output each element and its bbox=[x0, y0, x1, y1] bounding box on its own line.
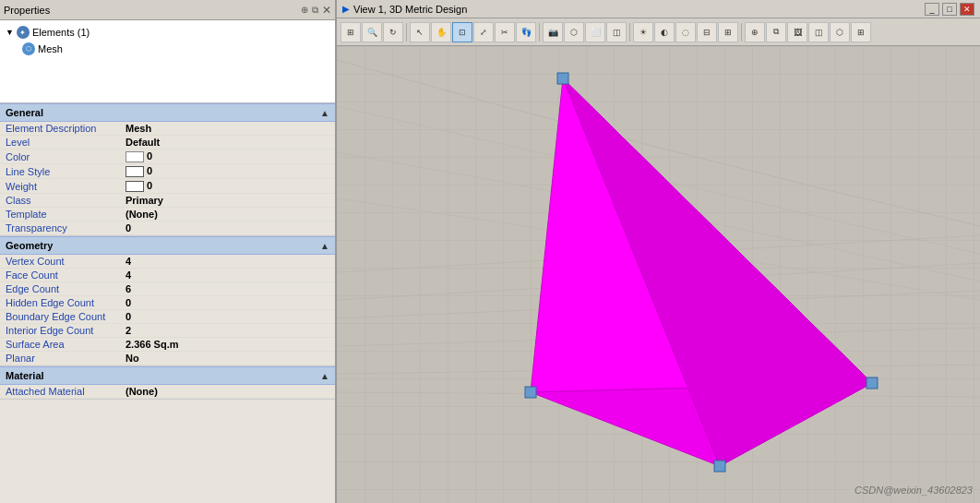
tree-expand-arrow[interactable]: ▼ bbox=[6, 28, 14, 37]
table-row: Class Primary bbox=[0, 194, 335, 208]
tool-pan-btn[interactable]: ✋ bbox=[431, 22, 451, 42]
geometry-label: Geometry bbox=[6, 240, 53, 251]
table-row: Vertex Count 4 bbox=[0, 255, 335, 269]
general-label: General bbox=[6, 107, 43, 118]
watermark-text: CSDN@weixin_43602823 bbox=[855, 485, 973, 496]
prop-label: Class bbox=[0, 194, 120, 208]
geometry-section: Geometry ▲ Vertex Count 4 Face Count 4 bbox=[0, 236, 335, 366]
svg-rect-10 bbox=[525, 387, 536, 398]
general-props-table: Element Description Mesh Level Default C… bbox=[0, 122, 335, 235]
tree-root-label: Elements (1) bbox=[32, 27, 90, 38]
viewport-icon: ▶ bbox=[342, 4, 350, 14]
geometry-collapse-arrow[interactable]: ▲ bbox=[320, 241, 329, 251]
geometry-section-header[interactable]: Geometry ▲ bbox=[0, 236, 335, 255]
prop-label: Planar bbox=[0, 352, 120, 365]
tool-axis-btn[interactable]: ⊕ bbox=[745, 22, 765, 42]
viewport-title: View 1, 3D Metric Design bbox=[353, 4, 467, 15]
prop-value: 0 bbox=[120, 310, 335, 324]
tool-grid-btn[interactable]: ⊞ bbox=[718, 22, 738, 42]
svg-rect-9 bbox=[557, 73, 568, 84]
table-row: Hidden Edge Count 0 bbox=[0, 296, 335, 310]
table-row: Weight 0 bbox=[0, 179, 335, 194]
restore-button[interactable]: □ bbox=[942, 3, 957, 16]
tool-fit-btn[interactable]: ⊞ bbox=[341, 22, 361, 42]
tool-rotate-btn[interactable]: ↻ bbox=[383, 22, 403, 42]
tool-ref-btn[interactable]: ◫ bbox=[808, 22, 829, 42]
table-row: Template (None) bbox=[0, 208, 335, 222]
material-props-table: Attached Material (None) bbox=[0, 385, 335, 399]
prop-value: 0 bbox=[120, 164, 335, 179]
prop-value: Primary bbox=[120, 194, 335, 208]
close-icon[interactable]: ✕ bbox=[322, 4, 331, 17]
table-row: Transparency 0 bbox=[0, 222, 335, 235]
viewport-svg bbox=[337, 46, 980, 503]
properties-scroll-area: General ▲ Element Description Mesh Level… bbox=[0, 103, 335, 503]
prop-label: Line Style bbox=[0, 164, 120, 179]
table-row: Color 0 bbox=[0, 150, 335, 164]
tool-select-btn[interactable]: ↖ bbox=[410, 22, 430, 42]
tool-view-btn[interactable]: ⊡ bbox=[452, 22, 472, 42]
prop-label: Weight bbox=[0, 179, 120, 194]
prop-label: Template bbox=[0, 208, 120, 222]
tool-wire-btn[interactable]: ⬜ bbox=[585, 22, 605, 42]
prop-label: Surface Area bbox=[0, 338, 120, 352]
properties-title: Properties bbox=[4, 5, 50, 16]
table-row: Line Style 0 bbox=[0, 164, 335, 179]
prop-value: 0 bbox=[120, 222, 335, 235]
tool-zoom-btn[interactable]: 🔍 bbox=[362, 22, 382, 42]
float-icon[interactable]: ⧉ bbox=[312, 5, 318, 16]
geometry-props-table: Vertex Count 4 Face Count 4 Edge Count 6 bbox=[0, 255, 335, 365]
prop-value: 0 bbox=[120, 150, 335, 164]
tool-walk-btn[interactable]: ⤢ bbox=[473, 22, 494, 42]
viewport-toolbar: ⊞ 🔍 ↻ ↖ ✋ ⊡ ⤢ ✂ 👣 📷 ⬡ ⬜ ◫ ☀ ◐ ◌ ⊟ ⊞ ⊕ ⧉ … bbox=[337, 18, 980, 46]
tool-img-btn[interactable]: 🖼 bbox=[787, 22, 807, 42]
prop-value: 6 bbox=[120, 282, 335, 296]
toolbar-sep-1 bbox=[406, 23, 407, 42]
material-collapse-arrow[interactable]: ▲ bbox=[320, 371, 329, 381]
tree-root-item[interactable]: ▼ ✦ Elements (1) bbox=[4, 24, 331, 41]
tool-render-btn[interactable]: ⬡ bbox=[564, 22, 584, 42]
minimize-button[interactable]: _ bbox=[925, 3, 939, 16]
tool-light-btn[interactable]: ☀ bbox=[633, 22, 653, 42]
prop-label: Face Count bbox=[0, 269, 120, 282]
color-swatch bbox=[125, 151, 144, 162]
table-row: Attached Material (None) bbox=[0, 385, 335, 399]
pin-icon[interactable]: ⊕ bbox=[301, 5, 308, 15]
close-button[interactable]: ✕ bbox=[960, 3, 974, 16]
viewport-title-left: ▶ View 1, 3D Metric Design bbox=[342, 4, 467, 15]
elements-tree: ▼ ✦ Elements (1) ⬡ Mesh bbox=[0, 20, 335, 103]
properties-header: Properties ⊕ ⧉ ✕ bbox=[0, 0, 335, 20]
tool-hide-btn[interactable]: ◫ bbox=[606, 22, 627, 42]
material-section-header[interactable]: Material ▲ bbox=[0, 366, 335, 385]
table-row: Surface Area 2.366 Sq.m bbox=[0, 338, 335, 352]
table-row: Planar No bbox=[0, 352, 335, 365]
prop-label: Vertex Count bbox=[0, 255, 120, 269]
tree-child-item[interactable]: ⬡ Mesh bbox=[4, 41, 331, 57]
elements-icon: ✦ bbox=[17, 26, 30, 39]
tool-3d-btn[interactable]: ⬡ bbox=[830, 22, 850, 42]
tool-foot-btn[interactable]: 👣 bbox=[516, 22, 536, 42]
general-collapse-arrow[interactable]: ▲ bbox=[320, 108, 329, 118]
svg-rect-11 bbox=[866, 377, 878, 389]
prop-value: No bbox=[120, 352, 335, 365]
prop-label: Element Description bbox=[0, 122, 120, 136]
viewport-canvas[interactable]: CSDN@weixin_43602823 bbox=[337, 46, 980, 503]
weight-swatch bbox=[125, 181, 144, 192]
toolbar-sep-3 bbox=[629, 23, 630, 42]
prop-label: Transparency bbox=[0, 222, 120, 235]
toolbar-sep-2 bbox=[539, 23, 540, 42]
general-section-header[interactable]: General ▲ bbox=[0, 103, 335, 122]
tool-extra-btn[interactable]: ⊞ bbox=[851, 22, 871, 42]
prop-label: Level bbox=[0, 136, 120, 150]
tool-level-btn[interactable]: ⊟ bbox=[697, 22, 717, 42]
tool-clip-btn[interactable]: ✂ bbox=[495, 22, 515, 42]
tool-shadow-btn[interactable]: ◐ bbox=[654, 22, 675, 42]
material-section: Material ▲ Attached Material (None) bbox=[0, 366, 335, 400]
tool-orient-btn[interactable]: ⧉ bbox=[766, 22, 786, 42]
prop-value: Default bbox=[120, 136, 335, 150]
tree-child-label: Mesh bbox=[38, 43, 63, 54]
tool-amb-btn[interactable]: ◌ bbox=[675, 22, 696, 42]
table-row: Interior Edge Count 2 bbox=[0, 324, 335, 338]
tool-cam-btn[interactable]: 📷 bbox=[543, 22, 563, 42]
table-row: Boundary Edge Count 0 bbox=[0, 310, 335, 324]
